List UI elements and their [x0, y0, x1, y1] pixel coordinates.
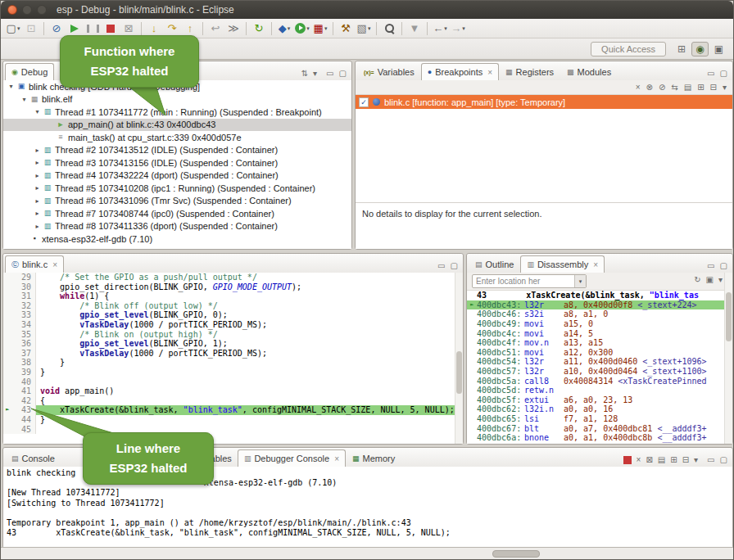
window-minimize-button[interactable] [22, 5, 32, 15]
debug-tree-row[interactable]: ≡main_task() at cpu_start.c:339 0x400d05… [3, 131, 351, 144]
editor-scrollbar-thumb[interactable] [456, 351, 462, 394]
expand-arrow-icon[interactable]: ▾ [33, 108, 42, 115]
view-toolbar-icon[interactable]: ▤ [683, 84, 692, 92]
disassembly-row[interactable]: 400dbc5f:extuia6, a0, 23, 13 [467, 395, 732, 405]
disconnect-icon[interactable]: ⊠ [120, 20, 138, 37]
debug-tab-debug[interactable]: ◉Debug [5, 63, 54, 80]
search-icon[interactable] [380, 20, 398, 37]
console-tab-debugger-console[interactable]: ▥Debugger Console× [238, 449, 346, 467]
expand-arrow-icon[interactable]: ▾ [20, 96, 29, 103]
disassembly-row[interactable]: 400dbc67:blta0, a7, 0x400dbc81 <__adddf3… [467, 423, 732, 433]
editor-line[interactable]: 40 [3, 377, 463, 387]
editor-line[interactable]: 31 while(1) { [3, 291, 463, 301]
view-toolbar-icon[interactable]: ⊠ [645, 456, 653, 464]
disasm-tab-disassembly[interactable]: ▥Disassembly× [520, 255, 605, 273]
debug-tree-row[interactable]: ▾▦blink.elf [3, 93, 351, 106]
views-tab-breakpoints[interactable]: ●Breakpoints× [421, 63, 499, 80]
debug-tree-row[interactable]: ▪xtensa-esp32-elf-gdb (7.10) [3, 233, 351, 246]
link-with-view-icon[interactable]: ⇅ [301, 70, 309, 78]
view-toolbar-icon[interactable]: ↻ [693, 276, 701, 284]
expand-arrow-icon[interactable]: ▸ [33, 159, 42, 166]
perspective-debug-icon[interactable]: ◉ [691, 42, 708, 56]
open-perspective-icon[interactable]: ⊞ [674, 43, 689, 56]
back-icon[interactable]: ←▾ [431, 20, 449, 37]
disassembly-row[interactable]: 400dbc62:l32i.na0, a0, 16 [467, 404, 732, 414]
editor-line[interactable]: 39} [3, 368, 463, 377]
editor-line[interactable]: 37 vTaskDelay(1000 / portTICK_PERIOD_MS)… [3, 349, 463, 359]
external-tools-icon[interactable]: ▦▾ [311, 20, 329, 37]
editor-line[interactable]: 32 /* Blink off (output low) */ [3, 301, 463, 311]
close-icon[interactable]: × [593, 260, 598, 269]
maximize-icon[interactable]: ▢ [719, 456, 728, 464]
build-icon[interactable]: ⚒ [337, 20, 355, 37]
disassembly-row[interactable]: 400dbc49:movia15, 0 [467, 319, 732, 329]
editor-line[interactable]: 38 } [3, 358, 463, 368]
view-toolbar-icon[interactable]: ⊞ [669, 456, 677, 464]
editor-line[interactable]: 35 /* Blink on (output high) */ [3, 330, 463, 340]
expand-arrow-icon[interactable]: ▾ [7, 83, 16, 90]
view-toolbar-icon[interactable]: ▾ [722, 84, 727, 92]
new-file-icon[interactable]: ▧▾ [355, 20, 373, 37]
editor-line[interactable]: ►43 xTaskCreate(&blink_task, "blink_task… [3, 405, 463, 415]
minimize-icon[interactable]: ▭ [325, 70, 334, 78]
combo-caret-icon[interactable]: ▾ [574, 275, 586, 287]
editor-line[interactable]: 36 gpio_set_level(BLINK_GPIO, 1); [3, 339, 463, 349]
debug-tree-row[interactable]: ▾▥Thread #1 1073411772 (main : Running) … [3, 106, 351, 119]
step-into-icon[interactable]: ↓ [145, 20, 163, 37]
view-toolbar-icon[interactable]: ▣ [705, 276, 714, 284]
sash-handle[interactable] [492, 550, 540, 558]
terminate-console-icon[interactable] [623, 456, 632, 464]
editor-scrollbar[interactable] [455, 273, 463, 444]
maximize-icon[interactable]: ▢ [719, 262, 728, 270]
annotations-icon[interactable]: ▼ [406, 20, 424, 37]
window-close-button[interactable] [7, 5, 17, 15]
disassembly-row[interactable]: 400dbc57:l32ra10, 0x400d0464 <_stext+110… [467, 367, 732, 377]
minimize-icon[interactable]: ▭ [706, 262, 715, 270]
close-icon[interactable]: × [487, 68, 492, 77]
new-wizard-icon[interactable]: ▢▾ [4, 20, 22, 37]
maximize-icon[interactable]: ▢ [338, 70, 347, 78]
breakpoint-row[interactable]: ✓ blink.c [function: app_main] [type: Te… [356, 95, 732, 109]
maximize-icon[interactable]: ▢ [719, 70, 728, 78]
drop-to-frame-icon[interactable]: ↩ [206, 20, 224, 37]
minimize-icon[interactable]: ▭ [706, 456, 715, 464]
terminate-icon[interactable] [102, 20, 120, 37]
views-tab-modules[interactable]: ▩Modules [560, 63, 618, 80]
resume-icon[interactable] [66, 20, 84, 37]
debug-tree-row[interactable]: ▸▥Thread #8 1073411336 (dport) (Suspende… [3, 220, 351, 233]
view-toolbar-icon[interactable]: ▾ [718, 276, 723, 284]
expand-arrow-icon[interactable]: ▸ [33, 184, 42, 192]
debug-tree-row[interactable]: ▸▥Thread #3 1073413156 (IDLE) (Suspended… [3, 156, 351, 169]
console-tab-memory[interactable]: ▦Memory [346, 449, 401, 467]
disassembly-row[interactable]: 400dbc51:movia12, 0x300 [467, 348, 732, 358]
breakpoint-checkbox[interactable]: ✓ [359, 97, 369, 107]
disassembly-row[interactable]: ►400dbc43:l32ra8, 0x400d00f8 <_stext+224… [467, 300, 732, 310]
debug-tree-row[interactable]: ▸▥Thread #6 1073431096 (Tmr Svc) (Suspen… [3, 195, 351, 208]
view-toolbar-icon[interactable]: × [635, 84, 641, 92]
editor-line[interactable]: 41void app_main() [3, 386, 463, 396]
view-toolbar-icon[interactable]: ▤ [657, 456, 666, 464]
disassembly-row[interactable]: 400dbc54:l32ra11, 0x400d0460 <_stext+109… [467, 357, 732, 367]
expand-arrow-icon[interactable]: ▸ [33, 147, 42, 154]
disasm-scrollbar-thumb[interactable] [726, 292, 732, 341]
skip-all-breakpoints-icon[interactable]: ⊘ [48, 20, 66, 37]
perspective-cpp-icon[interactable]: ▣ [711, 43, 727, 56]
instruction-stepping-icon[interactable]: ≫ [224, 20, 242, 37]
view-toolbar-icon[interactable]: ⊞ [696, 84, 705, 92]
debug-tree-row[interactable]: ▸▥Thread #7 1073408744 (ipc0) (Suspended… [3, 207, 351, 220]
location-combo[interactable]: Enter location her ▾ [472, 274, 587, 288]
views-tab-variables[interactable]: (x)=Variables [357, 63, 421, 80]
disasm-tab-outline[interactable]: ▤Outline [469, 255, 520, 273]
editor-line[interactable]: 30 gpio_set_direction(BLINK_GPIO, GPIO_M… [3, 282, 463, 292]
disassembly-row[interactable]: 400dbc4f:mov.na13, a15 [467, 338, 732, 348]
expand-arrow-icon[interactable]: ▸ [33, 210, 42, 217]
maximize-icon[interactable]: ▢ [450, 262, 459, 270]
debug-tree-row[interactable]: ▸▥Thread #4 1073432224 (dport) (Suspende… [3, 169, 351, 183]
close-icon[interactable]: × [52, 260, 57, 269]
debug-tree-row[interactable]: ▸▥Thread #5 1073410208 (ipc1 : Running) … [3, 182, 351, 195]
close-icon[interactable]: × [334, 454, 339, 463]
restart-icon[interactable]: ↻ [250, 20, 268, 37]
expand-arrow-icon[interactable]: ▸ [33, 223, 42, 230]
editor-line[interactable]: 34 vTaskDelay(1000 / portTICK_PERIOD_MS)… [3, 320, 463, 330]
editor-line[interactable]: 44} [3, 415, 463, 425]
